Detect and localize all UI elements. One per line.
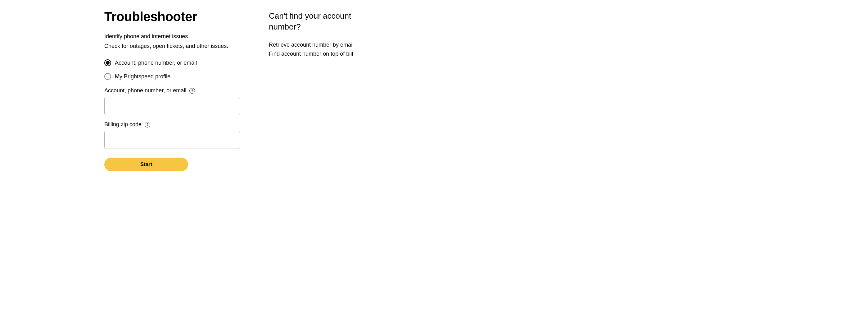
- radio-selected-icon: [104, 59, 111, 66]
- subtitle-line-1: Identify phone and internet issues.: [104, 32, 247, 41]
- subtitle-line-2: Check for outages, open tickets, and oth…: [104, 41, 247, 51]
- account-field-label: Account, phone number, or email: [104, 87, 186, 94]
- help-heading: Can't find your account number?: [269, 10, 374, 32]
- radio-unselected-icon: [104, 73, 111, 80]
- zip-field-label: Billing zip code: [104, 121, 142, 128]
- retrieve-by-email-link[interactable]: Retrieve account number by email: [269, 40, 374, 50]
- page-title: Troubleshooter: [104, 9, 247, 24]
- subtitle-block: Identify phone and internet issues. Chec…: [104, 32, 247, 51]
- help-icon[interactable]: ?: [189, 88, 195, 93]
- zip-field-group: Billing zip code ?: [104, 121, 247, 149]
- start-button[interactable]: Start: [104, 158, 188, 171]
- account-field-group: Account, phone number, or email ?: [104, 87, 247, 115]
- find-on-bill-link[interactable]: Find account number on top of bill: [269, 50, 374, 58]
- radio-label-account: Account, phone number, or email: [115, 60, 197, 66]
- account-input[interactable]: [104, 97, 240, 115]
- radio-option-account[interactable]: Account, phone number, or email: [104, 59, 247, 66]
- radio-label-profile: My Brightspeed profile: [115, 73, 170, 80]
- radio-option-profile[interactable]: My Brightspeed profile: [104, 73, 247, 80]
- zip-input[interactable]: [104, 131, 240, 149]
- lookup-method-radio-group: Account, phone number, or email My Brigh…: [104, 59, 247, 80]
- help-icon[interactable]: ?: [145, 122, 150, 128]
- radio-dot-icon: [106, 61, 110, 65]
